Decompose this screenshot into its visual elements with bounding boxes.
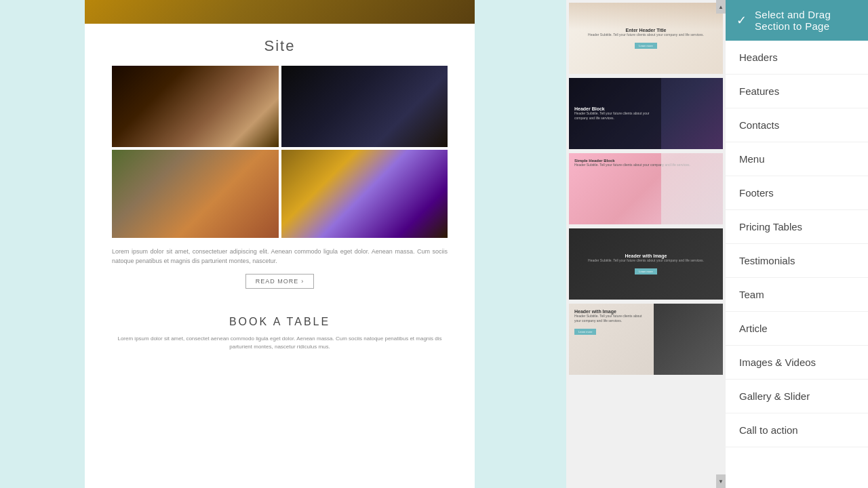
- thumbnails-wrapper: ▲ Enter Header Title Header Subtitle. Te…: [566, 0, 726, 488]
- preview-area: Site Lorem ipsum dolor sit amet, consect…: [0, 0, 566, 488]
- panel-title: Select and Drag Section to Page: [755, 9, 857, 32]
- thumbnail-2[interactable]: Header Block Header Subtitle. Tell your …: [569, 78, 723, 149]
- thumbnail-4[interactable]: Header with Image Header Subtitle. Tell …: [569, 228, 723, 300]
- thumbnails-column[interactable]: Enter Header Title Header Subtitle. Tell…: [566, 0, 726, 488]
- category-team[interactable]: Team: [726, 278, 868, 312]
- categories-column: ✓ Select and Drag Section to Page Header…: [726, 0, 868, 488]
- photo-bar: [281, 66, 448, 147]
- category-call-to-action[interactable]: Call to action: [726, 413, 868, 447]
- book-title: BOOK A TABLE: [112, 316, 448, 328]
- category-images-videos[interactable]: Images & Videos: [726, 346, 868, 380]
- photo-grid: [112, 66, 448, 238]
- check-icon: ✓: [736, 13, 747, 28]
- thumb-img-2: Header Block Header Subtitle. Tell your …: [569, 78, 723, 149]
- thumb-img-1: Enter Header Title Header Subtitle. Tell…: [569, 3, 723, 74]
- category-gallery-slider[interactable]: Gallery & Slider: [726, 380, 868, 413]
- site-frame: Site Lorem ipsum dolor sit amet, consect…: [85, 0, 475, 488]
- site-title: Site: [112, 37, 448, 55]
- category-menu[interactable]: Menu: [726, 142, 868, 176]
- thumbnail-5[interactable]: Header with Image Header Subtitle. Tell …: [569, 304, 723, 375]
- category-footers[interactable]: Footers: [726, 176, 868, 210]
- category-contacts[interactable]: Contacts: [726, 108, 868, 142]
- book-section: BOOK A TABLE Lorem ipsum dolor sit amet,…: [85, 302, 475, 365]
- scroll-up-indicator[interactable]: ▲: [716, 0, 726, 14]
- photo-wine: [112, 66, 279, 147]
- thumb-img-3: Simple Header Block Header Subtitle. Tel…: [569, 153, 723, 224]
- thumb-img-5: Header with Image Header Subtitle. Tell …: [569, 304, 723, 375]
- arrow-icon: ›: [301, 278, 304, 285]
- scroll-down-indicator[interactable]: ▼: [716, 474, 726, 488]
- site-lorem-text: Lorem ipsum dolor sit amet, consectetuer…: [112, 247, 448, 266]
- thumb-5-right-img: [654, 304, 723, 375]
- site-section: Site Lorem ipsum dolor sit amet, consect…: [85, 24, 475, 302]
- right-panel: ▲ Enter Header Title Header Subtitle. Te…: [566, 0, 868, 488]
- category-article[interactable]: Article: [726, 312, 868, 346]
- photo-salad: [112, 150, 279, 238]
- site-top-image: [85, 0, 475, 24]
- photo-food: [281, 150, 448, 238]
- thumb-img-4: Header with Image Header Subtitle. Tell …: [569, 228, 723, 300]
- category-features[interactable]: Features: [726, 75, 868, 108]
- read-more-button[interactable]: READ MORE ›: [245, 274, 315, 289]
- panel-header: ✓ Select and Drag Section to Page: [726, 0, 868, 41]
- category-headers[interactable]: Headers: [726, 41, 868, 75]
- thumbnail-1[interactable]: Enter Header Title Header Subtitle. Tell…: [569, 3, 723, 74]
- thumbnail-3[interactable]: Simple Header Block Header Subtitle. Tel…: [569, 153, 723, 224]
- category-pricing-tables[interactable]: Pricing Tables: [726, 210, 868, 244]
- book-text: Lorem ipsum dolor sit amet, consectet ae…: [112, 335, 448, 351]
- category-testimonials[interactable]: Testimonials: [726, 244, 868, 278]
